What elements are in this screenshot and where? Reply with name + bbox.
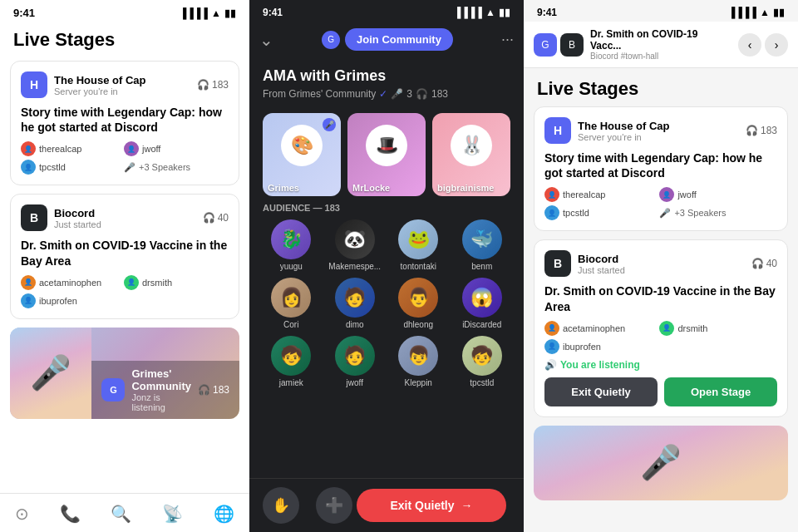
server-details: Biocord Just started	[578, 253, 625, 275]
discover-icon: 🌐	[214, 504, 234, 524]
nav-item-stage[interactable]: 📡	[155, 500, 190, 529]
mic-icon: 🎤	[391, 88, 403, 100]
hand-raise-icon[interactable]: ✋	[263, 487, 299, 524]
listener-count: 183	[431, 88, 448, 100]
server-sub: Server you're in	[54, 86, 146, 96]
server-icon-sm-1: G	[534, 33, 557, 57]
speakers-row: 🎨 🎤 Grimes 🎩 MrLocke 🐰 bigbrainisme	[249, 106, 524, 203]
listener-count: 🎧 40	[203, 212, 229, 224]
audience-name: dimo	[346, 320, 364, 329]
speaker-avatar: 👤	[21, 293, 36, 308]
right-header-sub: Biocord #town-hall	[590, 52, 732, 61]
server-name: The House of Cap	[578, 120, 670, 132]
nav-forward-button[interactable]: ›	[765, 33, 788, 57]
nav-item-home[interactable]: ⊙	[8, 500, 36, 529]
community-sub: Jonz is listening	[131, 392, 191, 412]
image-stage-card[interactable]: 🎤 G Grimes' Community Jonz is listening …	[10, 328, 239, 419]
right-stage-card-house-of-cap[interactable]: H The House of Cap Server you're in 🎧 18…	[534, 106, 788, 231]
audience-name: jamiek	[279, 378, 303, 387]
nav-back-button[interactable]: ‹	[738, 33, 761, 57]
add-person-icon[interactable]: ➕	[316, 487, 352, 524]
speaker-avatar: 👤	[544, 205, 559, 220]
mic-count: 3	[406, 88, 412, 100]
nav-item-search[interactable]: 🔍	[104, 500, 138, 529]
right-image-card[interactable]: 🎤	[534, 426, 788, 500]
more-options-icon[interactable]: ···	[501, 31, 514, 48]
headphone-icon: 🎧	[416, 88, 428, 100]
nav-item-discover[interactable]: 🌐	[207, 500, 241, 529]
stage-title: Dr. Smith on COVID-19 Vaccine in the Bay…	[21, 238, 229, 268]
audience-member-benm: 🐳 benm	[454, 219, 511, 271]
stage-icon: 📡	[162, 504, 183, 524]
speaker-card-bigbrainisme: 🐰 bigbrainisme	[432, 113, 510, 196]
speaker-name: jwoff	[677, 190, 696, 200]
server-icons: G B	[534, 33, 584, 57]
audience-name: yuugu	[280, 262, 303, 271]
audience-avatar: 🧑	[335, 278, 375, 318]
home-icon: ⊙	[15, 504, 29, 524]
audience-member-jamiek: 🧒 jamiek	[263, 336, 320, 387]
phone-icon: 📞	[60, 504, 81, 524]
speaker-avatar: 👤	[21, 141, 36, 156]
stage-card-biocord[interactable]: B Biocord Just started 🎧 40 Dr. Smith on…	[10, 194, 239, 318]
server-info: H The House of Cap Server you're in	[544, 117, 670, 144]
speaker-label: MrLocke	[352, 183, 390, 193]
listener-count: 🎧 183	[198, 384, 229, 396]
back-chevron-icon[interactable]: ⌄	[259, 30, 273, 50]
battery-icon: ▮▮	[773, 7, 785, 18]
join-community-button[interactable]: Join Community	[345, 28, 453, 51]
server-details: The House of Cap Server you're in	[578, 120, 670, 142]
server-info: B Biocord Just started	[21, 204, 101, 231]
right-stage-card-biocord[interactable]: B Biocord Just started 🎧 40 Dr. Smith on…	[534, 239, 788, 416]
headphone-icon: 🎧	[746, 125, 758, 136]
open-stage-button[interactable]: Open Stage	[664, 377, 777, 406]
speaker-avatar: 👤	[544, 321, 559, 336]
exit-quietly-button[interactable]: Exit Quietly →	[357, 489, 506, 522]
audience-name: tontontaki	[401, 262, 436, 271]
signal-icon: ▐▐▐▐	[180, 7, 208, 19]
speaker-name: jwoff	[142, 144, 160, 154]
speaker-name: acetaminophen	[39, 278, 101, 288]
wifi-icon: ▲	[485, 7, 495, 18]
speaker-name: tpcstld	[563, 208, 589, 218]
nav-arrows: ‹ ›	[738, 33, 788, 57]
speaker-item: 👤 drsmith	[124, 275, 224, 290]
server-name: The House of Cap	[54, 74, 146, 86]
verified-badge: ✓	[379, 88, 387, 100]
stage-card-house-of-cap[interactable]: H The House of Cap Server you're in 🎧 18…	[10, 61, 239, 185]
audience-avatar: 🧒	[462, 336, 502, 376]
right-header-title: Dr. Smith on COVID-19 Vacc...	[590, 28, 732, 52]
nav-item-voice[interactable]: 📞	[53, 500, 87, 529]
community-icon: G	[322, 31, 340, 49]
battery-icon: ▮▮	[224, 7, 236, 19]
stage-image: 🎤	[10, 328, 91, 419]
speaker-card-mrlocke: 🎩 MrLocke	[347, 113, 426, 196]
right-header: G B Dr. Smith on COVID-19 Vacc... Biocor…	[524, 22, 798, 68]
headphone-icon: 🎧	[751, 258, 764, 269]
speaker-avatar: 👤	[21, 160, 36, 175]
exit-quietly-button[interactable]: Exit Quietly	[544, 377, 658, 406]
speaker-item: 👤 acetaminophen	[21, 275, 121, 290]
audience-avatar: 🧑	[335, 336, 375, 376]
server-icon-biocord-r: B	[544, 250, 571, 277]
exit-label: Exit Quietly	[390, 499, 454, 512]
audience-member-dhleong: 👨 dhleong	[390, 278, 447, 329]
server-icon-sm-2: B	[560, 33, 584, 57]
wifi-icon: ▲	[760, 7, 770, 18]
speaker-name: acetaminophen	[563, 323, 625, 333]
card-header: H The House of Cap Server you're in 🎧 18…	[544, 117, 777, 144]
speakers-grid: 👤 acetaminophen 👤 drsmith 👤 ibuprofen	[544, 321, 777, 354]
speaker-avatar: 👤	[659, 187, 674, 202]
speaker-item: 👤 jwoff	[124, 141, 224, 156]
speaker-item: 👤 drsmith	[659, 321, 771, 336]
audience-member-dimo: 🧑 dimo	[327, 278, 384, 329]
audience-section: AUDIENCE — 183 🐉 yuugu 🐼 Makemespe... 🐸 …	[249, 203, 524, 387]
mid-time: 9:41	[263, 7, 283, 18]
server-info: H The House of Cap Server you're in	[21, 71, 146, 98]
mrlocke-avatar: 🎩	[366, 125, 407, 166]
speaker-name: therealcap	[39, 144, 81, 154]
right-status-bar: 9:41 ▐▐▐▐ ▲ ▮▮	[524, 0, 798, 22]
audience-grid: 🐉 yuugu 🐼 Makemespe... 🐸 tontontaki 🐳 be…	[263, 219, 510, 387]
speaker-item: 👤 ibuprofen	[544, 339, 656, 354]
listener-count: 🎧 183	[197, 79, 229, 91]
